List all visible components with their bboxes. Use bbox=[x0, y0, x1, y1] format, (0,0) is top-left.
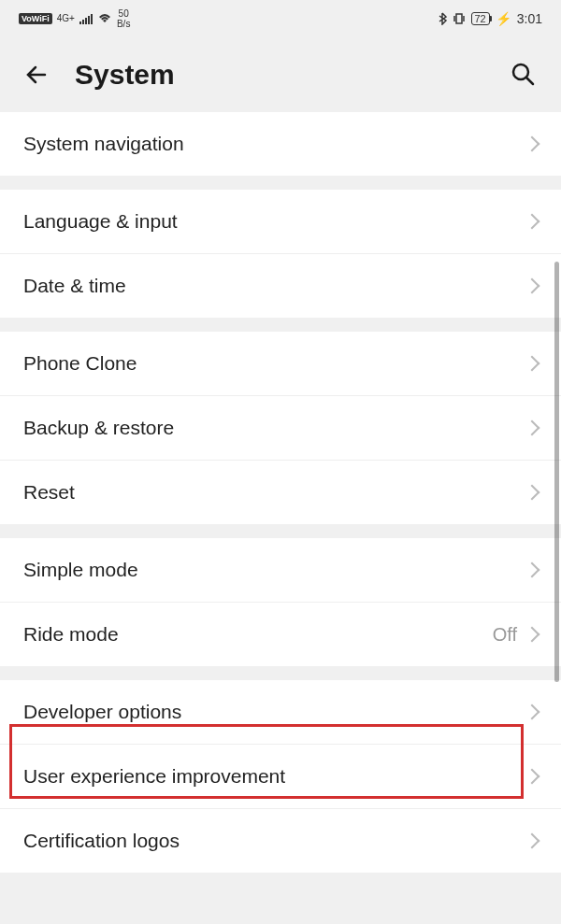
row-label: Backup & restore bbox=[23, 417, 174, 439]
signal-bars-icon bbox=[79, 13, 93, 24]
row-ride-mode[interactable]: Ride mode Off bbox=[0, 603, 561, 666]
section-developer: Developer options User experience improv… bbox=[0, 680, 561, 873]
row-label: User experience improvement bbox=[23, 765, 285, 788]
row-user-experience[interactable]: User experience improvement bbox=[0, 745, 561, 809]
section-phone: Phone Clone Backup & restore Reset bbox=[0, 332, 561, 524]
status-left: VoWiFi 4G+ 50 B/s bbox=[19, 8, 130, 29]
status-bar: VoWiFi 4G+ 50 B/s 72 ⚡ 3:01 bbox=[0, 0, 561, 37]
section-navigation: System navigation bbox=[0, 112, 561, 176]
row-label: Ride mode bbox=[23, 623, 119, 646]
scrollbar[interactable] bbox=[554, 262, 559, 682]
search-icon bbox=[510, 61, 536, 87]
page-title: System bbox=[75, 59, 486, 91]
header: System bbox=[0, 37, 561, 112]
status-right: 72 ⚡ 3:01 bbox=[438, 11, 543, 26]
row-label: Simple mode bbox=[23, 559, 138, 581]
chevron-right-icon bbox=[525, 420, 540, 436]
back-button[interactable] bbox=[23, 61, 51, 89]
row-simple-mode[interactable]: Simple mode bbox=[0, 538, 561, 603]
row-reset[interactable]: Reset bbox=[0, 461, 561, 524]
chevron-right-icon bbox=[525, 562, 540, 578]
row-label: System navigation bbox=[23, 133, 184, 155]
section-language: Language & input Date & time bbox=[0, 190, 561, 318]
chevron-right-icon bbox=[525, 136, 540, 152]
row-system-navigation[interactable]: System navigation bbox=[0, 112, 561, 176]
wifi-icon bbox=[97, 13, 112, 24]
row-label: Reset bbox=[23, 481, 75, 504]
row-value: Off bbox=[493, 624, 517, 646]
vibrate-icon bbox=[453, 12, 466, 25]
section-modes: Simple mode Ride mode Off bbox=[0, 538, 561, 666]
chevron-right-icon bbox=[525, 356, 540, 372]
charging-icon: ⚡ bbox=[496, 11, 511, 26]
chevron-right-icon bbox=[525, 278, 540, 294]
row-label: Phone Clone bbox=[23, 352, 137, 375]
row-developer-options[interactable]: Developer options bbox=[0, 680, 561, 745]
back-arrow-icon bbox=[24, 62, 50, 88]
chevron-right-icon bbox=[525, 769, 540, 785]
chevron-right-icon bbox=[525, 833, 540, 849]
data-rate: 50 B/s bbox=[117, 8, 130, 29]
row-label: Date & time bbox=[23, 275, 126, 297]
row-language-input[interactable]: Language & input bbox=[0, 190, 561, 254]
chevron-right-icon bbox=[525, 704, 540, 720]
chevron-right-icon bbox=[525, 485, 540, 501]
row-phone-clone[interactable]: Phone Clone bbox=[0, 332, 561, 396]
clock: 3:01 bbox=[517, 11, 542, 26]
chevron-right-icon bbox=[525, 214, 540, 230]
chevron-right-icon bbox=[525, 627, 540, 643]
bluetooth-icon bbox=[438, 12, 447, 25]
vowifi-badge: VoWiFi bbox=[19, 13, 52, 24]
row-label: Language & input bbox=[23, 210, 178, 233]
row-date-time[interactable]: Date & time bbox=[0, 254, 561, 318]
svg-rect-0 bbox=[456, 14, 462, 23]
battery-indicator: 72 bbox=[471, 12, 490, 25]
row-certification-logos[interactable]: Certification logos bbox=[0, 809, 561, 873]
network-type: 4G+ bbox=[57, 14, 75, 23]
search-button[interactable] bbox=[510, 61, 538, 89]
row-label: Developer options bbox=[23, 701, 181, 723]
row-backup-restore[interactable]: Backup & restore bbox=[0, 396, 561, 461]
row-label: Certification logos bbox=[23, 830, 180, 852]
